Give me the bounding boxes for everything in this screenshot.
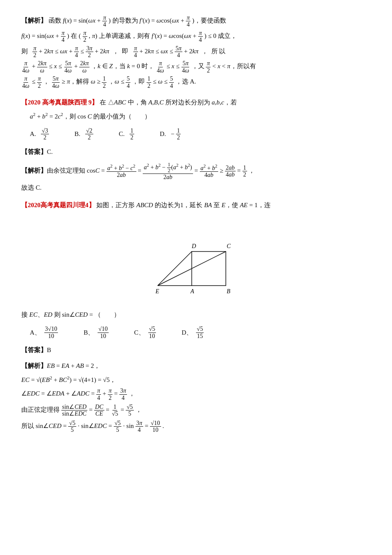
section2-title: 【2020 高考真题陕西理 9】 在 △ABC 中，角 A,B,C 所对边长分别… — [21, 97, 371, 108]
s3-sol-4: 由正弦定理得 sin∠CEDsin∠EDC = DCCE = 1√5 = √55… — [21, 404, 371, 417]
svg-text:D: D — [191, 243, 196, 249]
s3-sol-2: EC = √(EB2 + BC2) = √(4+1) = √5， — [21, 373, 371, 386]
option-C: C. 12 — [119, 127, 134, 141]
section3-solution: 【解析】EB = EA + AB = 2， EC = √(EB2 + BC2) … — [21, 360, 371, 433]
section1-label: 【解析】 — [21, 17, 47, 24]
section2-solution: 【解析】由余弦定理知 cosC = a2 + b2 − c22ab = a2 +… — [21, 162, 371, 194]
section1-text4: π4ω + 2kπω ≤ x ≤ 5π4ω + 2kπω ，k ∈ Z，当 k … — [21, 60, 371, 74]
svg-line-3 — [158, 251, 192, 286]
s3-sol-1: 【解析】EB = EA + AB = 2， — [21, 360, 371, 372]
section1-text3: 则 π2 + 2kπ ≤ ωx + π4 ≤ 3π2 + 2kπ ， 即 π4 … — [21, 45, 371, 59]
section3-options: A、 3√1010 B、 √1010 C、 √510 D、 √515 — [30, 326, 371, 339]
section2-problem: 【2020 高考真题陕西理 9】 在 △ABC 中，角 A,B,C 所对边长分别… — [21, 97, 371, 158]
s3-sol-3: ∠EDC = ∠EDA + ∠ADC = π4 + π2 = 3π4 ， — [21, 387, 371, 401]
section1-text1: 【解析】 函数 f(x) = sin(ωx + π4 ) 的导数为 f'(x) … — [21, 14, 371, 28]
diagram-area: D C E A B — [21, 217, 371, 303]
section3-problem: 【2020高考真题四川理4】 如图，正方形 ABCD 的边长为1，延长 BA 至… — [21, 199, 371, 356]
section2-solution-text: 【解析】由余弦定理知 cosC = a2 + b2 − c22ab = a2 +… — [21, 162, 371, 181]
section2-condition: a2 + b2 = 2c2，则 cos C 的最小值为（ ） — [30, 110, 371, 122]
svg-text:C: C — [227, 243, 231, 249]
section1-text2: f(x) = sin(ωx + π4 ) 在 ( π2 , π) 上单调递减，则… — [21, 30, 371, 43]
svg-marker-0 — [192, 251, 226, 286]
section3-title: 【2020高考真题四川理4】 如图，正方形 ABCD 的边长为1，延长 BA 至… — [21, 199, 371, 211]
option-B: B. √22 — [75, 127, 93, 141]
option-A: A. √32 — [30, 127, 49, 141]
svg-text:E: E — [155, 288, 159, 295]
s3-sol-5: 所以 sin∠CED = √55 · sin∠EDC = √55 · sin 3… — [21, 420, 371, 434]
svg-text:A: A — [190, 288, 194, 295]
s3-option-A: A、 3√1010 — [30, 326, 58, 339]
geometry-diagram: D C E A B — [132, 217, 260, 303]
section3-question: 接 EC、ED 则 sin∠CED = （ ） — [21, 309, 371, 321]
s3-option-C: C、 √510 — [134, 326, 156, 339]
section2-options: A. √32 B. √22 C. 12 D. − 12 — [30, 127, 371, 141]
svg-text:B: B — [227, 288, 231, 295]
section2-conclusion: 故选 C. — [21, 182, 371, 194]
section1-text5: π4ω ≤ π2 ， 5π4ω ≥ π，解得 ω ≥ 12 ，ω ≤ 54 ，即… — [21, 75, 371, 89]
s3-option-D: D、 √515 — [182, 326, 204, 339]
section1-analysis: 【解析】 函数 f(x) = sin(ωx + π4 ) 的导数为 f'(x) … — [21, 14, 371, 89]
option-D: D. − 12 — [160, 127, 181, 141]
s3-option-B: B、 √1010 — [84, 326, 108, 339]
section2-answer: 【答案】C. — [21, 146, 371, 158]
section3-answer: 【答案】B — [21, 344, 371, 356]
